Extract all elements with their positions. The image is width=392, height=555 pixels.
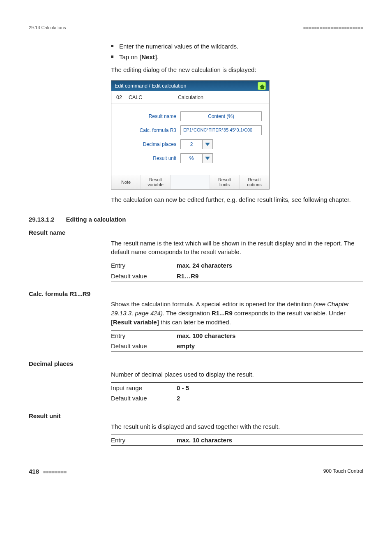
page-footer: 418 ■■■■■■■■ 900 Touch Control	[29, 467, 363, 476]
param-table: Entry max. 24 characters Default value R…	[111, 260, 363, 282]
entry-label: Entry	[111, 260, 177, 271]
dialog-body: Result name Content (%) Calc. formula R3…	[111, 104, 269, 175]
entry-value: max. 10 characters	[177, 435, 363, 446]
text-bold: [Next]	[139, 53, 157, 60]
field-label-decimal-places: Decimal places	[111, 141, 180, 148]
default-label: Default value	[111, 393, 177, 404]
default-value: empty	[177, 341, 363, 352]
bullet-item: Tap on [Next].	[119, 53, 159, 62]
decimal-places-dropdown[interactable]	[202, 139, 213, 149]
edit-calculation-dialog: Edit command / Edit calculation 02 CALC …	[111, 80, 270, 190]
param-title: Result name	[29, 228, 363, 237]
section-heading: 29.13.1.2 Editing a calculation	[29, 215, 363, 224]
param-title: Result unit	[29, 412, 363, 421]
text: .	[157, 53, 159, 60]
dialog-titlebar: Edit command / Edit calculation	[111, 81, 269, 91]
default-label: Default value	[111, 271, 177, 282]
command-label: Calculation	[178, 94, 203, 101]
range-value: 0 - 5	[177, 382, 363, 393]
text: Tap on	[119, 53, 139, 60]
param-table: Entry max. 10 characters	[111, 435, 363, 446]
text: Shows the calculation formula. A special…	[111, 301, 314, 308]
param-description: The result name is the text which will b…	[29, 239, 363, 257]
default-label: Default value	[111, 341, 177, 352]
product-name: 900 Touch Control	[323, 468, 363, 475]
calc-formula-input[interactable]: EP1*CONC*TITER*35.45*0.1/C00	[180, 125, 262, 135]
dialog-title: Edit command / Edit calculation	[115, 82, 186, 90]
decimal-places-input[interactable]: 2	[180, 139, 203, 149]
field-label-result-name: Result name	[111, 113, 180, 120]
param-description: Number of decimal places used to display…	[29, 370, 363, 379]
param-title: Decimal places	[29, 359, 363, 368]
param-description: Shows the calculation formula. A special…	[29, 300, 363, 326]
chevron-down-icon	[205, 157, 210, 160]
bullet-list: Enter the numerical values of the wildca…	[111, 42, 363, 62]
dialog-footer: Note Result variable Result limits Resul…	[111, 175, 269, 189]
result-name-input[interactable]: Content (%)	[180, 111, 262, 121]
range-label: Input range	[111, 382, 177, 393]
bullet-item: Enter the numerical values of the wildca…	[119, 42, 238, 51]
param-title: Calc. formula R1...R9	[29, 289, 363, 298]
field-label-result-unit: Result unit	[111, 155, 180, 162]
running-header: 29.13 Calculations ■■■■■■■■■■■■■■■■■■■■■…	[29, 25, 363, 31]
entry-value: max. 24 characters	[177, 260, 363, 271]
svg-marker-0	[205, 143, 210, 146]
result-limits-button[interactable]: Result limits	[210, 175, 240, 189]
header-dashes: ■■■■■■■■■■■■■■■■■■■■■■	[303, 25, 363, 31]
post-screenshot-text: The calculation can now be edited furthe…	[111, 195, 363, 204]
result-unit-input[interactable]: %	[180, 153, 203, 163]
text: . The designation	[163, 310, 212, 317]
footer-spacer	[171, 175, 210, 189]
result-unit-dropdown[interactable]	[202, 153, 213, 163]
home-icon[interactable]	[258, 82, 266, 90]
entry-value: max. 100 characters	[177, 330, 363, 341]
command-code: CALC	[129, 94, 178, 101]
breadcrumb: 29.13 Calculations	[29, 25, 66, 31]
command-index: 02	[116, 94, 129, 101]
field-label-calc-formula: Calc. formula R3	[111, 127, 180, 134]
param-table: Entry max. 100 characters Default value …	[111, 330, 363, 352]
chevron-down-icon	[205, 143, 210, 146]
footer-dashes: ■■■■■■■■	[43, 469, 67, 475]
page-number: 418	[29, 468, 39, 475]
section-number: 29.13.1.2	[29, 215, 55, 224]
result-variable-button[interactable]: Result variable	[141, 175, 171, 189]
default-value: R1…R9	[177, 271, 363, 282]
bullet-icon	[111, 56, 113, 58]
text: corresponds to the result variable. Unde…	[233, 310, 346, 317]
entry-label: Entry	[111, 330, 177, 341]
note-button[interactable]: Note	[111, 175, 141, 189]
svg-marker-1	[205, 157, 210, 160]
default-value: 2	[177, 393, 363, 404]
bullet-icon	[111, 45, 113, 47]
text-bold: R1...R9	[212, 310, 233, 317]
result-options-button[interactable]: Result options	[240, 175, 269, 189]
entry-label: Entry	[111, 435, 177, 446]
param-decimal-places: Decimal places Number of decimal places …	[29, 359, 363, 404]
dialog-id-row: 02 CALC Calculation	[111, 91, 269, 104]
section-title: Editing a calculation	[66, 215, 126, 224]
param-description: The result unit is displayed and saved t…	[29, 422, 363, 431]
param-table: Input range 0 - 5 Default value 2	[111, 382, 363, 405]
text: this can later be modified.	[159, 319, 231, 326]
param-result-name: Result name The result name is the text …	[29, 228, 363, 282]
caption: The editing dialog of the new calculatio…	[111, 65, 363, 74]
text-bold: [Result variable]	[111, 319, 159, 326]
param-calc-formula: Calc. formula R1...R9 Shows the calculat…	[29, 289, 363, 352]
param-result-unit: Result unit The result unit is displayed…	[29, 412, 363, 446]
